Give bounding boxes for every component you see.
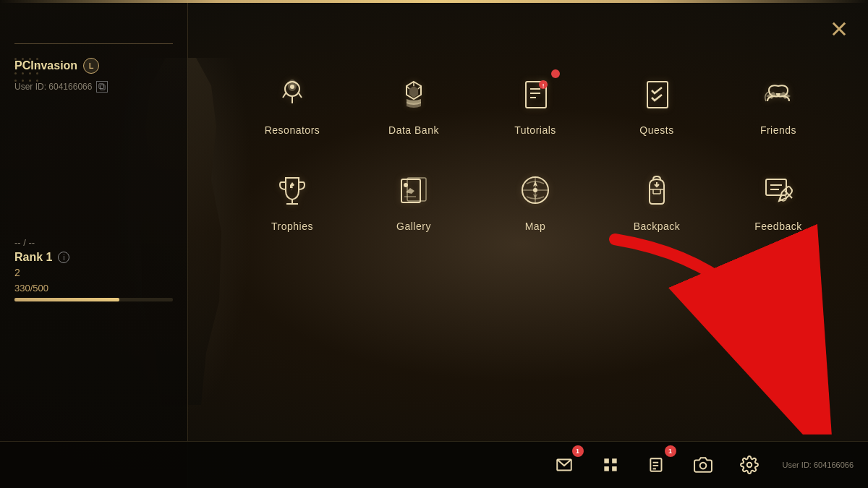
xp-bar-background bbox=[14, 298, 173, 301]
rank-row: Rank 1 i bbox=[14, 251, 173, 264]
menu-item-quests[interactable]: Quests bbox=[596, 58, 718, 147]
feedback-icon bbox=[757, 168, 800, 212]
svg-rect-40 bbox=[766, 179, 786, 195]
resonators-icon bbox=[271, 72, 314, 116]
rank-info-icon[interactable]: i bbox=[58, 252, 69, 263]
quests-label: Quests bbox=[639, 124, 673, 136]
rank-label: Rank 1 bbox=[14, 251, 52, 264]
svg-rect-47 bbox=[604, 458, 609, 463]
left-panel: PCInvasion L User ID: 604166066 -- / -- … bbox=[0, 0, 188, 488]
top-bar bbox=[0, 0, 868, 3]
feedback-label: Feedback bbox=[754, 221, 801, 232]
report-notification: 1 bbox=[665, 445, 676, 457]
report-button[interactable]: 1 bbox=[641, 449, 673, 481]
tutorials-label: Tutorials bbox=[514, 124, 556, 136]
menu-row-2: Trophies Gallery bbox=[231, 154, 839, 243]
level-badge: L bbox=[83, 58, 99, 74]
menu-item-gallery[interactable]: Gallery bbox=[353, 154, 475, 243]
rank-number: 2 bbox=[14, 267, 173, 278]
close-button[interactable] bbox=[825, 14, 854, 43]
svg-line-6 bbox=[283, 93, 286, 98]
friends-icon bbox=[757, 72, 800, 116]
svg-rect-50 bbox=[612, 466, 617, 471]
tutorials-icon: ! bbox=[514, 72, 557, 116]
more-button[interactable] bbox=[595, 449, 626, 481]
quests-icon bbox=[635, 72, 678, 116]
svg-point-9 bbox=[290, 85, 294, 89]
trophies-icon bbox=[271, 168, 314, 212]
menu-item-resonators[interactable]: Resonators bbox=[231, 58, 353, 147]
main-menu: Resonators Data Bank bbox=[203, 43, 868, 437]
svg-rect-48 bbox=[612, 458, 617, 463]
menu-item-feedback[interactable]: Feedback bbox=[718, 154, 839, 243]
svg-text:!: ! bbox=[542, 82, 545, 89]
data-bank-icon bbox=[392, 72, 435, 116]
screenshot-button[interactable] bbox=[687, 449, 719, 481]
svg-rect-3 bbox=[99, 84, 104, 89]
mail-button[interactable]: 1 bbox=[548, 449, 580, 481]
gallery-label: Gallery bbox=[396, 221, 431, 232]
menu-row-1: Resonators Data Bank bbox=[231, 58, 839, 147]
xp-value: 330/500 bbox=[14, 283, 173, 294]
map-label: Map bbox=[525, 221, 546, 232]
panel-divider bbox=[14, 43, 173, 44]
backpack-label: Backpack bbox=[634, 221, 681, 232]
mail-notification: 1 bbox=[572, 445, 584, 457]
copy-id-button[interactable] bbox=[96, 81, 108, 93]
svg-point-55 bbox=[699, 463, 706, 469]
menu-item-friends[interactable]: Friends bbox=[718, 58, 839, 147]
rank-progress-label: -- / -- bbox=[14, 237, 173, 248]
svg-rect-49 bbox=[604, 466, 609, 471]
backpack-icon bbox=[635, 168, 678, 212]
svg-rect-2 bbox=[101, 85, 106, 90]
svg-marker-11 bbox=[409, 86, 418, 98]
settings-button[interactable] bbox=[733, 449, 765, 481]
xp-bar-fill bbox=[14, 298, 119, 301]
data-bank-label: Data Bank bbox=[388, 124, 439, 136]
trophies-label: Trophies bbox=[271, 221, 313, 232]
menu-item-backpack[interactable]: Backpack bbox=[596, 154, 718, 243]
menu-item-map[interactable]: Map bbox=[475, 154, 596, 243]
decorative-dots bbox=[14, 58, 41, 84]
resonators-label: Resonators bbox=[265, 124, 320, 136]
menu-item-tutorials[interactable]: ! Tutorials bbox=[475, 58, 596, 147]
svg-rect-21 bbox=[647, 82, 668, 108]
menu-item-trophies[interactable]: Trophies bbox=[231, 154, 353, 243]
svg-point-56 bbox=[746, 463, 752, 468]
map-icon bbox=[514, 168, 557, 212]
bottom-user-id: User ID: 604166066 bbox=[783, 461, 854, 469]
gallery-icon bbox=[392, 168, 435, 212]
rank-section: -- / -- Rank 1 i 2 330/500 bbox=[14, 237, 173, 301]
svg-point-34 bbox=[533, 188, 537, 192]
bottom-bar: 1 1 User ID: 604166066 bbox=[0, 441, 868, 488]
friends-label: Friends bbox=[760, 124, 796, 136]
menu-item-data-bank[interactable]: Data Bank bbox=[353, 58, 475, 147]
svg-point-27 bbox=[404, 183, 408, 187]
svg-line-7 bbox=[299, 93, 302, 98]
